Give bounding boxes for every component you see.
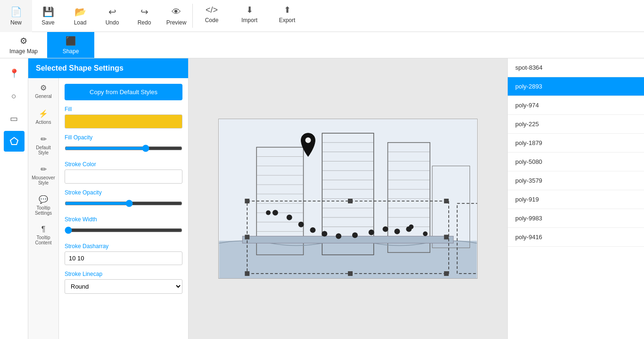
- stroke-width-slider[interactable]: [65, 226, 182, 234]
- vertical-nav: ⚙ General ⚡ Actions ✏ Default Style ✏ Mo…: [28, 78, 59, 339]
- svg-marker-0: [10, 137, 18, 145]
- preview-button[interactable]: 👁 Preview: [160, 0, 192, 32]
- poly-tool-button[interactable]: [4, 131, 25, 152]
- redo-icon: ↪: [140, 6, 149, 17]
- svg-rect-36: [242, 236, 453, 243]
- svg-point-51: [322, 231, 327, 237]
- svg-point-60: [423, 232, 428, 236]
- image-map-icon: ⚙: [20, 36, 27, 46]
- shape-label: Shape: [63, 48, 79, 55]
- shape-list-item-poly-1879[interactable]: poly-1879: [508, 134, 644, 153]
- svg-point-54: [369, 230, 374, 235]
- svg-rect-45: [245, 235, 249, 240]
- stroke-dasharray-label: Stroke Dasharray: [65, 243, 182, 250]
- stroke-linecap-select[interactable]: Butt Round Square: [65, 279, 182, 294]
- fill-opacity-label: Fill Opacity: [65, 134, 182, 141]
- vnav-tooltip-settings[interactable]: 💬 Tooltip Settings: [28, 190, 58, 220]
- svg-rect-42: [245, 271, 249, 276]
- shape-list-item-poly-974[interactable]: poly-974: [508, 96, 644, 115]
- stroke-dasharray-input[interactable]: [65, 251, 182, 265]
- vnav-mouseover-style-label: Mouseover Style: [30, 175, 57, 186]
- code-icon: </>: [206, 5, 218, 15]
- shape-button[interactable]: ⬛ Shape: [47, 32, 94, 58]
- fill-opacity-slider[interactable]: [65, 145, 182, 152]
- shape-list-item-poly-5080[interactable]: poly-5080: [508, 153, 644, 171]
- code-label: Code: [205, 17, 219, 24]
- svg-point-52: [336, 234, 341, 239]
- shape-list-item-spot-8364[interactable]: spot-8364: [508, 58, 644, 77]
- shape-list: spot-8364poly-2893poly-974poly-225poly-1…: [508, 58, 644, 247]
- settings-content: Copy from Default Styles Fill Fill Opaci…: [59, 78, 188, 339]
- left-panel: 📍 ○ ▭ Selected Shape Settings ⚙ General: [0, 58, 189, 339]
- import-label: Import: [241, 17, 257, 24]
- import-button[interactable]: ⬇ Import: [231, 0, 268, 28]
- vnav-general[interactable]: ⚙ General: [28, 78, 58, 104]
- vnav-default-style[interactable]: ✏ Default Style: [28, 130, 58, 160]
- spot-tool-button[interactable]: 📍: [4, 63, 25, 84]
- svg-point-56: [394, 229, 400, 234]
- canvas-area[interactable]: [189, 58, 507, 339]
- shape-list-item-poly-225[interactable]: poly-225: [508, 115, 644, 134]
- redo-button[interactable]: ↪ Redo: [128, 0, 160, 32]
- stroke-opacity-label: Stroke Opacity: [65, 189, 182, 196]
- load-button[interactable]: 📂 Load: [64, 0, 96, 32]
- top-toolbar-row: 📄 New 💾 Save 📂 Load ↩ Undo ↪ Redo 👁 Prev…: [0, 0, 644, 32]
- save-button[interactable]: 💾 Save: [32, 0, 64, 32]
- building-sketch-svg: [219, 119, 477, 278]
- svg-rect-44: [444, 271, 449, 276]
- shape-list-item-poly-9416[interactable]: poly-9416: [508, 228, 644, 247]
- settings-panel: Selected Shape Settings ⚙ General ⚡ Acti…: [28, 58, 188, 339]
- image-map-button[interactable]: ⚙ Image Map: [0, 32, 47, 58]
- general-icon: ⚙: [40, 83, 47, 92]
- canvas-image: [218, 119, 478, 279]
- code-button[interactable]: </> Code: [193, 0, 231, 28]
- save-label: Save: [41, 19, 54, 26]
- save-icon: 💾: [42, 6, 54, 17]
- vnav-tooltip-content-label: Tooltip Content: [30, 235, 57, 245]
- stroke-color-swatch[interactable]: [65, 170, 182, 184]
- right-panel: ? spot-8364poly-2893poly-974poly-225poly…: [507, 58, 644, 339]
- vnav-tooltip-content[interactable]: ¶ Tooltip Content: [28, 220, 58, 250]
- load-icon: 📂: [74, 6, 86, 17]
- shape-list-item-poly-3579[interactable]: poly-3579: [508, 171, 644, 190]
- shape-list-item-poly-2893[interactable]: poly-2893: [508, 77, 644, 96]
- circle-tool-button[interactable]: ○: [4, 86, 25, 106]
- shape-list-item-poly-919[interactable]: poly-919: [508, 190, 644, 209]
- undo-label: Undo: [106, 19, 119, 26]
- svg-point-55: [383, 226, 388, 232]
- vnav-actions[interactable]: ⚡ Actions: [28, 104, 58, 130]
- stroke-opacity-slider-container: [65, 198, 182, 210]
- stroke-width-label: Stroke Width: [65, 216, 182, 223]
- export-icon: ⬆: [284, 5, 291, 15]
- stroke-opacity-field: Stroke Opacity: [65, 189, 182, 210]
- svg-rect-40: [348, 199, 353, 203]
- undo-button[interactable]: ↩ Undo: [96, 0, 128, 32]
- fill-color-swatch[interactable]: [65, 114, 182, 129]
- stroke-color-field: Stroke Color: [65, 161, 182, 184]
- icon-sidebar: 📍 ○ ▭: [0, 58, 28, 339]
- export-button[interactable]: ⬆ Export: [268, 0, 306, 28]
- stroke-width-slider-container: [65, 225, 182, 237]
- actions-icon: ⚡: [39, 109, 48, 118]
- copy-styles-button[interactable]: Copy from Default Styles: [65, 84, 182, 100]
- image-map-label: Image Map: [9, 48, 38, 55]
- redo-label: Redo: [138, 19, 151, 26]
- shape-icon: ⬛: [66, 36, 76, 46]
- fill-label: Fill: [65, 106, 182, 113]
- svg-rect-41: [444, 199, 449, 203]
- stroke-opacity-slider[interactable]: [65, 200, 182, 207]
- undo-icon: ↩: [108, 6, 116, 17]
- svg-point-49: [298, 222, 304, 227]
- new-button[interactable]: 📄 New: [0, 0, 32, 32]
- settings-title: Selected Shape Settings: [28, 58, 188, 78]
- preview-label: Preview: [166, 19, 187, 26]
- fill-opacity-slider-container: [65, 143, 182, 155]
- import-icon: ⬇: [246, 5, 253, 15]
- secondary-toolbar: ⚙ Image Map ⬛ Shape: [0, 32, 644, 58]
- rect-tool-button[interactable]: ▭: [4, 108, 25, 129]
- svg-rect-43: [348, 271, 353, 276]
- svg-point-58: [266, 210, 271, 215]
- vnav-mouseover-style[interactable]: ✏ Mouseover Style: [28, 160, 58, 190]
- svg-rect-46: [444, 235, 449, 240]
- shape-list-item-poly-9983[interactable]: poly-9983: [508, 209, 644, 228]
